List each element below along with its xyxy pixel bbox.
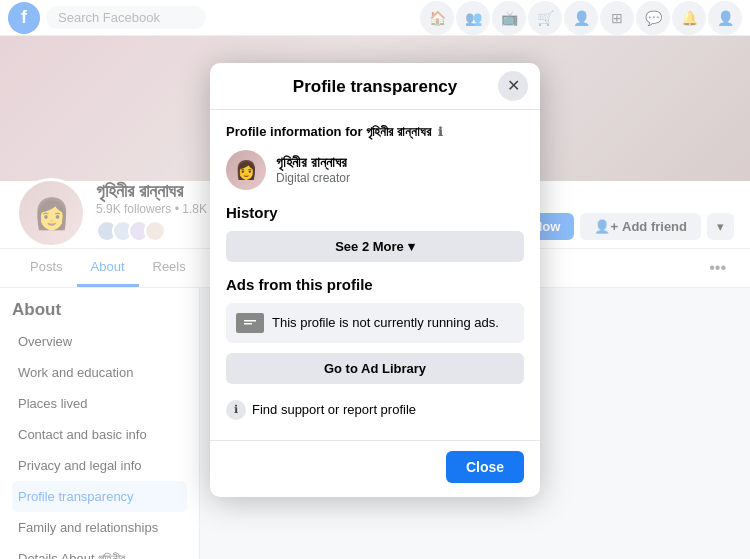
info-icon: ℹ (438, 125, 443, 139)
see-more-label: See 2 More (335, 239, 404, 254)
modal-profile-name: গৃহিনীর রান্নাঘর (276, 154, 350, 171)
svg-rect-2 (244, 323, 252, 325)
modal-footer: Close (210, 440, 540, 497)
modal-header: Profile transparency ✕ (210, 63, 540, 110)
close-button[interactable]: Close (446, 451, 524, 483)
profile-info-label-text: Profile information for (226, 124, 363, 139)
ads-notice: This profile is not currently running ad… (226, 303, 524, 343)
profile-transparency-modal: Profile transparency ✕ Profile informati… (210, 63, 540, 497)
ads-section-title: Ads from this profile (226, 276, 524, 293)
modal-profile-card: 👩 গৃহিনীর রান্নাঘর Digital creator (226, 150, 524, 190)
modal-overlay: Profile transparency ✕ Profile informati… (0, 0, 750, 559)
modal-close-button[interactable]: ✕ (498, 71, 528, 101)
modal-profile-details: গৃহিনীর রান্নাঘর Digital creator (276, 154, 350, 185)
modal-profile-role: Digital creator (276, 171, 350, 185)
chevron-down-icon: ▾ (408, 239, 415, 254)
report-link[interactable]: ℹ Find support or report profile (226, 394, 524, 426)
ads-notice-text: This profile is not currently running ad… (272, 315, 499, 330)
report-icon: ℹ (226, 400, 246, 420)
ad-library-button[interactable]: Go to Ad Library (226, 353, 524, 384)
modal-avatar: 👩 (226, 150, 266, 190)
report-label: Find support or report profile (252, 402, 416, 417)
profile-info-name: গৃহিনীর রান্নাঘর (366, 124, 431, 139)
see-more-button[interactable]: See 2 More ▾ (226, 231, 524, 262)
ads-icon (236, 313, 264, 333)
modal-body: Profile information for গৃহিনীর রান্নাঘর… (210, 110, 540, 440)
modal-title: Profile transparency (293, 77, 457, 97)
svg-rect-1 (244, 320, 256, 322)
profile-info-label: Profile information for গৃহিনীর রান্নাঘর… (226, 124, 524, 140)
history-title: History (226, 204, 524, 221)
